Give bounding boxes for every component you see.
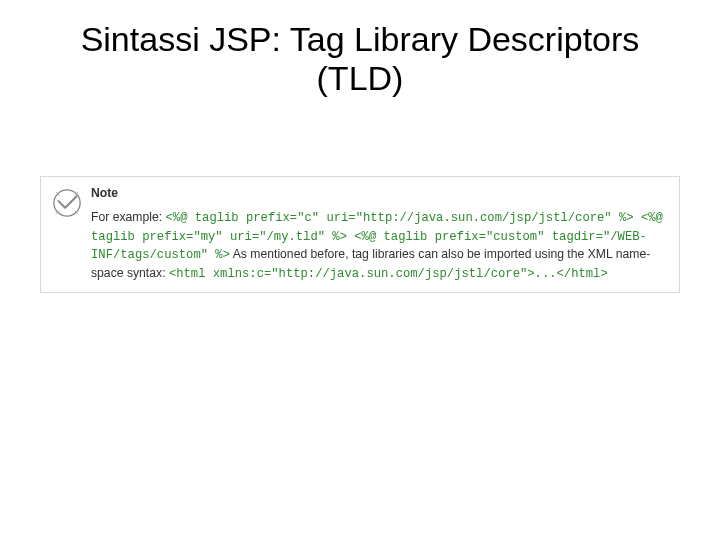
note-text-1: For example: [91, 210, 166, 224]
note-body: For example: <%@ taglib prefix="c" uri="… [91, 210, 663, 280]
note-code-2: <html xmlns:c="http://java.sun.com/jsp/j… [169, 267, 608, 281]
note-label: Note [91, 185, 669, 203]
note-content: Note For example: <%@ taglib prefix="c" … [91, 185, 669, 283]
slide: Sintassi JSP: Tag Library Descriptors (T… [0, 0, 720, 540]
note-box: Note For example: <%@ taglib prefix="c" … [40, 176, 680, 292]
note-icon [51, 187, 83, 219]
slide-title: Sintassi JSP: Tag Library Descriptors (T… [40, 20, 680, 98]
